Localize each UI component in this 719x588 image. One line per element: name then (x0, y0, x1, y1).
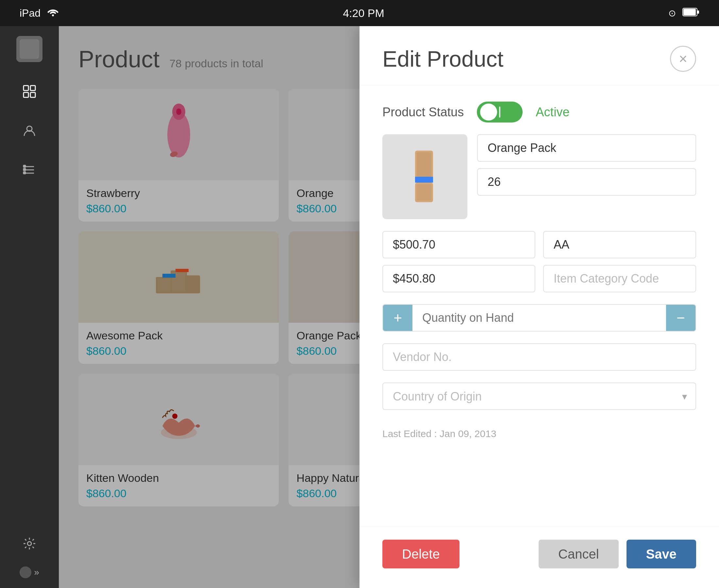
svg-rect-16 (23, 172, 25, 174)
edit-product-modal: Edit Product × Product Status Active (360, 26, 719, 588)
cancel-button[interactable]: Cancel (539, 540, 619, 568)
svg-rect-41 (417, 152, 431, 177)
close-icon: × (679, 50, 687, 67)
status-bar: iPad 4:20 PM ⊙ (0, 0, 719, 26)
svg-rect-6 (23, 86, 28, 90)
sidebar-item-grid[interactable] (20, 82, 39, 101)
content-area: Product 78 products in total (59, 26, 719, 588)
svg-rect-42 (415, 177, 433, 183)
delete-button[interactable]: Delete (383, 540, 459, 568)
svg-rect-3 (697, 10, 699, 14)
svg-rect-15 (23, 169, 25, 170)
sidebar-bottom: » (20, 534, 39, 578)
category-col (543, 231, 696, 292)
price-input[interactable] (383, 231, 535, 258)
svg-point-17 (27, 542, 32, 546)
sale-price-input[interactable] (383, 265, 535, 292)
svg-rect-7 (30, 86, 35, 90)
product-name-input[interactable] (477, 134, 696, 162)
product-info-row (383, 134, 696, 219)
price-col (383, 231, 535, 292)
product-status-toggle[interactable] (477, 102, 522, 123)
product-thumbnail (383, 134, 467, 219)
quantity-decrement-button[interactable]: − (666, 305, 696, 331)
save-button[interactable]: Save (626, 540, 696, 568)
toggle-knob (480, 104, 497, 121)
modal-title: Edit Product (383, 46, 503, 71)
lock-icon: ⊙ (668, 8, 676, 19)
toggle-bar (499, 106, 500, 118)
product-name-fields (477, 134, 696, 196)
sku-input[interactable] (477, 168, 696, 196)
svg-rect-8 (23, 92, 28, 97)
sidebar-item-person[interactable] (20, 121, 39, 141)
item-category-code-input[interactable] (543, 265, 696, 292)
vendor-no-input[interactable] (383, 343, 696, 371)
sidebar-item-list[interactable] (20, 160, 39, 180)
svg-rect-5 (20, 39, 39, 59)
last-edited-label: Last Edited : Jan 09, 2013 (383, 422, 696, 439)
device-name: iPad (20, 7, 41, 19)
toggle-dot (20, 566, 32, 578)
modal-footer: Delete Cancel Save (360, 526, 719, 588)
svg-rect-44 (417, 184, 431, 201)
status-right: ⊙ (668, 8, 699, 19)
quantity-input[interactable] (412, 305, 666, 331)
item-code-input[interactable] (543, 231, 696, 258)
quantity-increment-button[interactable]: + (383, 305, 412, 331)
status-left: iPad (20, 7, 59, 19)
svg-rect-14 (23, 165, 25, 167)
country-of-origin-wrapper: Country of Origin United States China Ja… (383, 382, 696, 410)
quantity-row: + − (383, 304, 696, 332)
sidebar: » (0, 26, 59, 588)
modal-body: Product Status Active (360, 85, 719, 526)
product-status-row: Product Status Active (383, 102, 696, 123)
main-wrapper: » Product 78 products in total (0, 26, 719, 588)
sidebar-settings-icon[interactable] (20, 534, 39, 553)
toggle-arrows: » (34, 567, 39, 578)
modal-close-button[interactable]: × (670, 46, 696, 72)
footer-right-buttons: Cancel Save (539, 540, 696, 568)
product-status-active-label: Active (536, 105, 569, 119)
status-time: 4:20 PM (343, 7, 384, 20)
modal-header: Edit Product × (360, 26, 719, 85)
product-status-label: Product Status (383, 105, 464, 119)
battery-icon (682, 8, 699, 19)
sidebar-toggle[interactable]: » (20, 566, 39, 578)
product-thumb-inner (383, 134, 467, 219)
svg-point-0 (52, 14, 54, 16)
wifi-icon (47, 7, 59, 19)
svg-rect-9 (30, 92, 35, 97)
svg-rect-2 (683, 9, 696, 15)
country-of-origin-select[interactable]: Country of Origin United States China Ja… (383, 382, 696, 410)
price-category-row (383, 231, 696, 292)
sidebar-avatar (16, 36, 42, 62)
